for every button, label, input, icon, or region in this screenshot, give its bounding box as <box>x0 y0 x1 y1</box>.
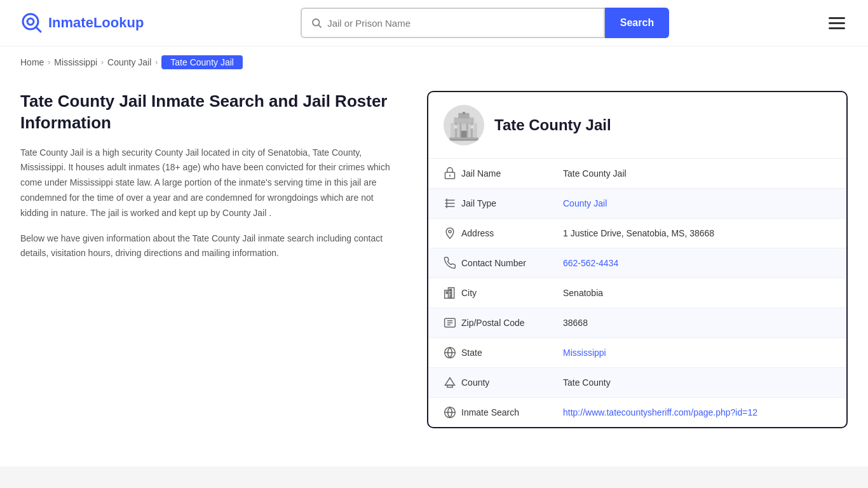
info-label: Jail Name <box>461 168 563 179</box>
jail-avatar <box>444 105 484 146</box>
svg-rect-8 <box>463 112 465 114</box>
info-value-link[interactable]: http://www.tatecountysheriff.com/page.ph… <box>563 407 757 417</box>
city-icon <box>444 287 461 299</box>
card-header: Tate County Jail <box>428 92 846 159</box>
search-bar: Search <box>301 8 669 38</box>
info-value[interactable]: 662-562-4434 <box>563 258 618 268</box>
info-card: Tate County Jail Jail NameTate County Ja… <box>427 91 848 428</box>
info-value: Tate County <box>563 377 611 388</box>
logo-text: InmateLookup <box>48 15 144 31</box>
info-row: CitySenatobia <box>428 278 846 308</box>
jail-icon <box>444 167 461 180</box>
info-value[interactable]: Mississippi <box>563 348 606 358</box>
svg-line-2 <box>36 27 41 32</box>
breadcrumb-state[interactable]: Mississippi <box>54 57 97 67</box>
main-content: Tate County Jail Inmate Search and Jail … <box>0 78 868 454</box>
info-value: 1 Justice Drive, Senatobia, MS, 38668 <box>563 228 714 238</box>
svg-rect-29 <box>450 292 452 294</box>
info-value[interactable]: http://www.tatecountysheriff.com/page.ph… <box>563 407 757 417</box>
info-row: Zip/Postal Code38668 <box>428 308 846 338</box>
page-title: Tate County Jail Inmate Search and Jail … <box>20 91 402 134</box>
svg-point-24 <box>449 230 451 233</box>
info-row: Inmate Searchhttp://www.tatecountysherif… <box>428 398 846 427</box>
menu-button[interactable] <box>826 15 848 32</box>
info-row: Jail NameTate County Jail <box>428 159 846 189</box>
breadcrumb-sep: › <box>155 58 158 67</box>
svg-line-4 <box>319 25 322 27</box>
breadcrumb-sep: › <box>48 58 50 67</box>
info-table: Jail NameTate County JailJail TypeCounty… <box>428 159 846 427</box>
svg-rect-34 <box>447 385 452 387</box>
state-icon <box>444 346 461 359</box>
info-label: Zip/Postal Code <box>461 318 563 328</box>
breadcrumb-sep: › <box>101 58 104 67</box>
info-row: Address1 Justice Drive, Senatobia, MS, 3… <box>428 219 846 248</box>
info-label: Inmate Search <box>461 407 563 417</box>
search-input[interactable] <box>327 18 595 29</box>
info-value-link[interactable]: County Jail <box>563 198 607 208</box>
logo-link[interactable]: InmateLookup <box>20 11 144 34</box>
county-icon <box>444 376 461 389</box>
info-label: State <box>461 348 563 358</box>
svg-rect-13 <box>461 131 467 139</box>
svg-rect-15 <box>471 125 474 128</box>
breadcrumb-current: Tate County Jail <box>161 55 243 69</box>
info-value: Senatobia <box>563 288 603 298</box>
breadcrumb-home[interactable]: Home <box>20 57 44 67</box>
info-value: 38668 <box>563 318 588 328</box>
address-icon <box>444 227 461 240</box>
svg-point-3 <box>313 19 320 26</box>
svg-rect-16 <box>449 137 478 139</box>
info-row: CountyTate County <box>428 368 846 398</box>
info-value-link[interactable]: 662-562-4434 <box>563 258 618 268</box>
breadcrumb: Home › Mississippi › County Jail › Tate … <box>0 46 868 78</box>
footer-bar <box>0 466 868 488</box>
info-label: Jail Type <box>461 198 563 208</box>
card-jail-name: Tate County Jail <box>494 116 611 134</box>
logo-icon <box>20 11 43 34</box>
info-value-link[interactable]: Mississippi <box>563 348 606 358</box>
svg-rect-17 <box>449 139 480 141</box>
hamburger-line <box>829 17 845 19</box>
breadcrumb-type[interactable]: County Jail <box>107 57 151 67</box>
info-label: Contact Number <box>461 258 563 268</box>
zip-icon <box>444 316 461 329</box>
page-description-2: Below we have given information about th… <box>20 231 402 262</box>
hamburger-line <box>829 22 845 24</box>
hamburger-line <box>829 27 845 29</box>
info-value: Tate County Jail <box>563 168 627 179</box>
page-description-1: Tate County Jail is a high security Coun… <box>20 146 402 221</box>
type-icon <box>444 197 461 210</box>
info-label: County <box>461 377 563 388</box>
phone-icon <box>444 257 461 269</box>
info-row: Jail TypeCounty Jail <box>428 189 846 219</box>
svg-marker-33 <box>445 378 455 386</box>
svg-rect-30 <box>450 295 452 297</box>
search-button[interactable]: Search <box>605 8 669 38</box>
svg-rect-27 <box>446 292 448 294</box>
info-label: City <box>461 288 563 298</box>
web-icon <box>444 406 461 419</box>
site-header: InmateLookup Search <box>0 0 868 46</box>
left-panel: Tate County Jail Inmate Search and Jail … <box>20 91 427 428</box>
info-row: Contact Number662-562-4434 <box>428 248 846 278</box>
building-icon <box>446 107 482 143</box>
search-input-wrap <box>301 8 605 38</box>
svg-point-1 <box>27 18 34 25</box>
svg-rect-14 <box>454 125 457 128</box>
info-value[interactable]: County Jail <box>563 198 607 208</box>
info-row: StateMississippi <box>428 338 846 368</box>
info-label: Address <box>461 228 563 238</box>
search-icon <box>311 17 322 29</box>
